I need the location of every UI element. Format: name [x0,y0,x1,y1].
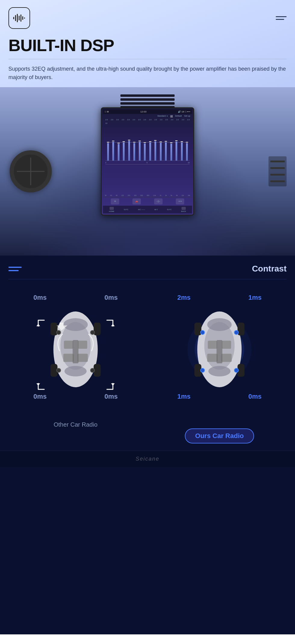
svg-rect-42 [207,354,218,362]
svg-point-10 [64,366,87,376]
car-display: □ ⊕ 12:03 🔊 18 □ ⟵ Standard ∨ All Defaul… [0,87,295,256]
svg-rect-19 [73,340,78,363]
eq-bar [181,143,183,161]
svg-point-23 [90,368,95,373]
hu-scale-top: 10 [105,122,190,124]
bottom-section: Contrast 0ms 0ms [0,256,295,634]
hu-balance-icon[interactable]: ⟺ [176,198,184,204]
arrow-icon-bl [36,380,48,392]
right-car-badge-container: Ours Car Radio [173,421,266,443]
left-timing-bottom-right: 0ms [104,393,118,400]
hu-back-icon [182,207,186,210]
hu-tabs: Standard ∨ All Default Set up [103,114,192,118]
vent-right [269,156,287,186]
hu-nav-back[interactable]: BACK [181,207,186,212]
hu-nav-bar: HOME 0.0°C A/C —— ⊕ 0 0.0°C [103,206,192,213]
eq-bar [144,143,146,161]
vent-slat-right [270,174,285,176]
left-car-svg [39,303,112,396]
svg-marker-26 [111,324,115,326]
right-car-container: 2ms 1ms [177,294,262,414]
left-car-image [39,303,112,396]
svg-point-47 [200,368,205,373]
arrow-icon-br [103,380,115,392]
hu-speaker-icon[interactable]: ◁▷ [154,198,163,204]
left-timing-top-left: 0ms [33,294,47,302]
vent-slat-right [270,161,285,162]
contrast-bar-bottom [8,270,19,271]
contrast-label: Contrast [252,264,287,274]
left-car-comparison: 0ms 0ms [29,294,122,428]
steering-wheel [10,150,52,192]
left-car-name: Other Car Radio [29,421,122,428]
hu-status-right: 🔊 18 □ ⟵ [178,110,190,113]
svg-rect-37 [238,323,244,336]
svg-point-34 [207,318,231,331]
svg-marker-27 [36,383,40,386]
hu-nav-ac[interactable]: 0.0°C [124,209,128,210]
hu-eq-icon[interactable]: ≋ [111,198,119,204]
hu-nav-fan[interactable]: A/C —— [138,209,145,210]
title-area: BUILT-IN DSP Supports 32EQ adjustment, a… [0,35,295,87]
svg-point-21 [90,330,95,335]
title-divider [8,59,287,59]
menu-bar-top [276,16,287,17]
svg-rect-4 [20,14,21,22]
svg-rect-43 [221,354,232,362]
contrast-header: Contrast [0,256,295,274]
eq-bar [149,143,151,161]
right-car-comparison: 2ms 1ms [173,294,266,443]
eq-bar [118,144,120,161]
hu-tab-all[interactable]: All [170,115,173,117]
comparison-area: 0ms 0ms [0,279,295,451]
right-timing-top-left: 2ms [177,294,191,302]
eq-bar [160,143,162,161]
svg-marker-28 [111,383,115,386]
left-timing-bottom-left: 0ms [33,393,47,400]
contrast-bar-top [8,267,22,268]
eq-bar [139,142,141,161]
right-timing-top-right: 1ms [248,294,262,302]
svg-rect-18 [77,354,88,362]
hu-nav-home[interactable]: HOME [109,207,114,212]
eq-bar [133,143,135,161]
vent-slat [120,98,175,101]
hu-bottom-icons: ≋ 🚗 ◁▷ ⟺ [103,197,192,206]
page-title: BUILT-IN DSP [8,36,287,55]
menu-bar-bottom [276,19,284,20]
svg-point-48 [234,368,238,373]
hu-scale-labels: 0 -5 -10 [105,162,190,164]
head-unit: □ ⊕ 12:03 🔊 18 □ ⟵ Standard ∨ All Defaul… [101,107,194,216]
svg-rect-16 [78,341,87,349]
hu-eq-values: 2.02.02.02.02.0 2.02.02.02.02.0 2.02.02.… [103,118,192,121]
menu-button[interactable] [276,16,287,20]
logo-icon [13,11,26,25]
eq-bar [112,142,114,161]
hu-preset-label: Standard ∨ [157,115,168,117]
hu-screen: □ ⊕ 12:03 🔊 18 □ ⟵ Standard ∨ All Defaul… [102,108,193,215]
svg-point-9 [63,318,88,331]
hu-car-icon[interactable]: 🚗 [132,198,141,204]
brand-footer: Seicane [0,451,295,467]
svg-rect-3 [19,16,20,20]
hu-top-bar: □ ⊕ 12:03 🔊 18 □ ⟵ [103,109,192,114]
contrast-icon [8,267,22,271]
left-arrow-bl [36,380,48,393]
hu-nav-num[interactable]: ⊕ 0 [154,208,157,210]
hu-eq-area: 10 [103,121,192,194]
svg-rect-11 [51,323,57,336]
vent-slat-right [270,180,285,182]
right-car-name: Ours Car Radio [185,428,254,443]
arrow-icon-tr [103,318,115,330]
svg-rect-5 [22,16,23,20]
eq-bar [128,141,130,161]
svg-rect-44 [216,340,222,363]
hu-nav-temp[interactable]: 0.0°C [167,209,172,210]
eq-bar [170,144,172,161]
eq-bar [186,143,188,161]
hu-tab-setup[interactable]: Set up [184,115,190,117]
left-arrow-tr [103,318,115,331]
hu-tab-default[interactable]: Default [175,115,182,117]
header [0,0,295,35]
svg-marker-25 [36,324,40,326]
